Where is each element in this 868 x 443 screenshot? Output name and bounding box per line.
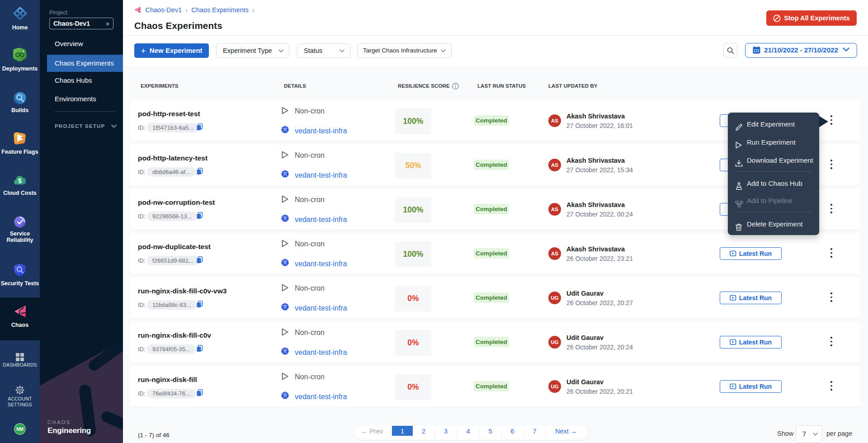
svg-text:$: $ xyxy=(18,177,22,184)
svg-text:NM: NM xyxy=(16,427,24,432)
